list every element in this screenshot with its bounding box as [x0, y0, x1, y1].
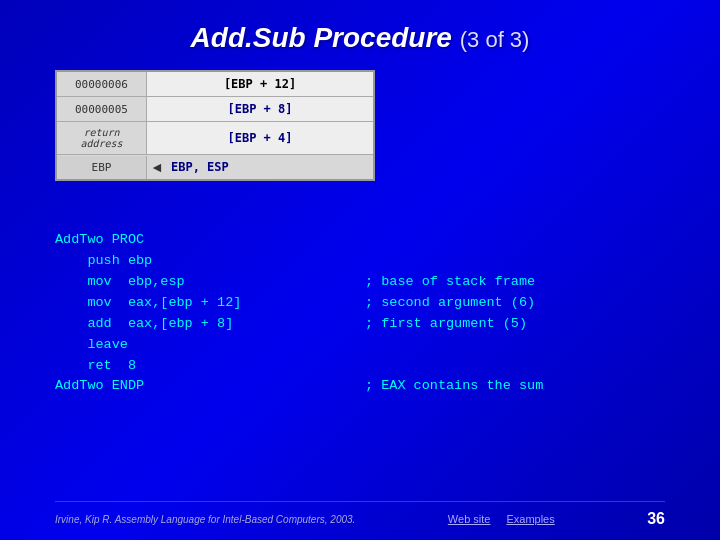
stack-row-2: return address [EBP + 4] — [57, 122, 373, 155]
title-area: Add.Sub Procedure (3 of 3) — [0, 0, 720, 64]
stack-row-bottom: EBP ◄ EBP, ESP — [57, 155, 373, 179]
code-line5: leave — [55, 335, 675, 356]
code-proc-start-text: AddTwo PROC — [55, 230, 365, 251]
code-proc-start: AddTwo PROC — [55, 230, 675, 251]
code-line6-left: ret 8 — [55, 356, 365, 377]
footer: Irvine, Kip R. Assembly Language for Int… — [55, 510, 665, 528]
code-proc-end: AddTwo ENDP ; EAX contains the sum — [55, 376, 675, 397]
stack-val-0: [EBP + 12] — [147, 72, 373, 96]
code-line1-left: push ebp — [55, 251, 365, 272]
stack-val-2: [EBP + 4] — [147, 122, 373, 154]
main-title: Add.Sub Procedure (3 of 3) — [191, 22, 530, 53]
code-line1: push ebp — [55, 251, 675, 272]
code-block: AddTwo PROC push ebp mov ebp,esp ; base … — [55, 230, 675, 397]
code-line5-left: leave — [55, 335, 365, 356]
code-area: AddTwo PROC push ebp mov ebp,esp ; base … — [55, 230, 675, 397]
stack-val-1: [EBP + 8] — [147, 97, 373, 121]
stack-addr-0: 00000006 — [57, 72, 147, 96]
title-subtitle-text: (3 of 3) — [460, 27, 530, 52]
stack-row-1: 00000005 [EBP + 8] — [57, 97, 373, 122]
stack-row-0: 00000006 [EBP + 12] — [57, 72, 373, 97]
footer-link-website[interactable]: Web site — [448, 513, 491, 525]
code-line3-left: mov eax,[ebp + 12] — [55, 293, 365, 314]
code-proc-end-comment: ; EAX contains the sum — [365, 376, 543, 397]
title-main-text: Add.Sub Procedure — [191, 22, 452, 53]
footer-citation: Irvine, Kip R. Assembly Language for Int… — [55, 514, 355, 525]
stack-diagram: 00000006 [EBP + 12] 00000005 [EBP + 8] r… — [55, 70, 375, 181]
divider-line — [55, 501, 665, 502]
code-line4-comment: ; first argument (5) — [365, 314, 527, 335]
code-line6: ret 8 — [55, 356, 675, 377]
code-line3-comment: ; second argument (6) — [365, 293, 535, 314]
footer-link-examples[interactable]: Examples — [506, 513, 554, 525]
code-line2-left: mov ebp,esp — [55, 272, 365, 293]
footer-page-number: 36 — [647, 510, 665, 528]
code-line2: mov ebp,esp ; base of stack frame — [55, 272, 675, 293]
stack-ebp-label: EBP — [57, 156, 147, 179]
stack-addr-1: 00000005 — [57, 97, 147, 121]
code-proc-end-left: AddTwo ENDP — [55, 376, 365, 397]
stack-arrow: ◄ — [147, 155, 167, 179]
stack-ebp-val: EBP, ESP — [167, 155, 373, 179]
slide-container: Add.Sub Procedure (3 of 3) 00000006 [EBP… — [0, 0, 720, 540]
stack-addr-2: return address — [57, 122, 147, 154]
code-line4: add eax,[ebp + 8] ; first argument (5) — [55, 314, 675, 335]
code-line4-left: add eax,[ebp + 8] — [55, 314, 365, 335]
footer-links: Web site Examples — [448, 513, 555, 525]
code-line3: mov eax,[ebp + 12] ; second argument (6) — [55, 293, 675, 314]
code-line2-comment: ; base of stack frame — [365, 272, 535, 293]
